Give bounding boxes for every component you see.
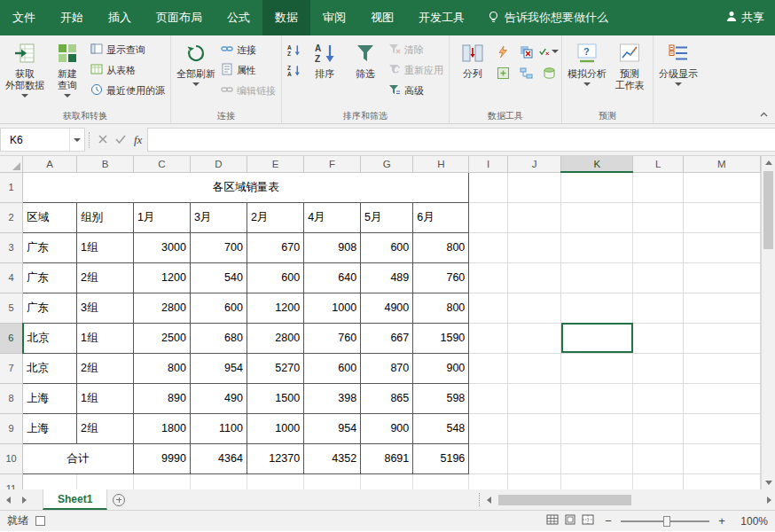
cell-K5[interactable] xyxy=(561,293,633,323)
cell-F9[interactable]: 954 xyxy=(304,413,361,443)
cell-F8[interactable]: 398 xyxy=(304,383,361,413)
cell-K11[interactable] xyxy=(561,473,633,489)
column-header-B[interactable]: B xyxy=(77,156,134,172)
cell-J1[interactable] xyxy=(508,172,561,202)
cell-C4[interactable]: 1200 xyxy=(133,262,190,293)
horizontal-scroll-thumb[interactable] xyxy=(498,495,631,505)
row-header-7[interactable]: 7 xyxy=(0,353,23,383)
what-if-analysis-button[interactable]: ? 模拟分析 xyxy=(565,37,609,110)
cell-D5[interactable]: 600 xyxy=(190,293,247,323)
show-queries-button[interactable]: 显示查询 xyxy=(88,41,168,59)
name-box-input[interactable] xyxy=(1,134,67,146)
tab-insert[interactable]: 插入 xyxy=(96,0,144,35)
cell-J11[interactable] xyxy=(508,473,561,489)
cell-E9[interactable]: 1000 xyxy=(247,413,303,443)
cell-H4[interactable]: 760 xyxy=(413,262,469,293)
cell-L3[interactable] xyxy=(633,232,683,262)
cell-H6[interactable]: 1590 xyxy=(413,323,469,353)
cell-E2[interactable]: 2月 xyxy=(247,202,303,232)
cell-G7[interactable]: 870 xyxy=(361,353,413,383)
cell-J7[interactable] xyxy=(508,353,561,383)
cell-B11[interactable] xyxy=(77,473,134,489)
cell-M9[interactable] xyxy=(683,413,760,443)
cancel-icon[interactable] xyxy=(98,134,107,146)
cell-K2[interactable] xyxy=(561,202,633,232)
cell-E8[interactable]: 1500 xyxy=(247,383,303,413)
cell-B3[interactable]: 1组 xyxy=(77,232,134,262)
formula-input[interactable] xyxy=(147,128,775,152)
cell-H3[interactable]: 800 xyxy=(413,232,469,262)
formula-bar-splitter[interactable] xyxy=(89,132,90,148)
outline-button[interactable]: 分级显示 xyxy=(656,37,701,110)
cell-I10[interactable] xyxy=(469,443,508,473)
vertical-scroll-thumb[interactable] xyxy=(763,171,773,249)
zoom-level-button[interactable]: 100% xyxy=(736,515,768,528)
cell-B4[interactable]: 2组 xyxy=(77,262,134,293)
row-header-4[interactable]: 4 xyxy=(0,262,23,293)
cell-L1[interactable] xyxy=(633,172,683,202)
cell-B9[interactable]: 2组 xyxy=(77,413,134,443)
vertical-scroll-track[interactable] xyxy=(762,169,775,476)
cell-H2[interactable]: 6月 xyxy=(413,202,469,232)
tab-review[interactable]: 审阅 xyxy=(310,0,358,35)
cell-G2[interactable]: 5月 xyxy=(361,202,413,232)
cell-L10[interactable] xyxy=(633,443,683,473)
cell-H9[interactable]: 548 xyxy=(413,413,469,443)
cell-I6[interactable] xyxy=(469,323,508,353)
cell-K10[interactable] xyxy=(561,443,633,473)
cell-F7[interactable]: 600 xyxy=(304,353,361,383)
text-to-columns-button[interactable]: 分列 xyxy=(452,37,493,110)
remove-duplicates-button[interactable] xyxy=(516,43,536,60)
filter-button[interactable]: 筛选 xyxy=(345,37,386,110)
cell-L4[interactable] xyxy=(633,262,683,293)
cell-F4[interactable]: 640 xyxy=(304,262,361,293)
manage-data-model-button[interactable] xyxy=(539,64,559,82)
tab-data[interactable]: 数据 xyxy=(262,0,310,35)
cell-G6[interactable]: 667 xyxy=(361,323,413,353)
get-external-data-button[interactable]: 获取 外部数据 xyxy=(3,37,47,110)
cell-L9[interactable] xyxy=(633,413,683,443)
cell-A3[interactable]: 广东 xyxy=(23,232,77,262)
tab-formulas[interactable]: 公式 xyxy=(215,0,262,35)
refresh-all-button[interactable]: 全部刷新 xyxy=(174,37,218,110)
forecast-sheet-button[interactable]: 预测 工作表 xyxy=(609,37,650,110)
scroll-up-button[interactable] xyxy=(762,156,775,169)
relationships-button[interactable] xyxy=(516,64,536,82)
add-sheet-button[interactable] xyxy=(107,489,130,510)
cell-I9[interactable] xyxy=(469,413,508,443)
cell-D11[interactable] xyxy=(190,473,247,489)
cell-A5[interactable]: 广东 xyxy=(23,293,77,323)
cell-H5[interactable]: 800 xyxy=(413,293,469,323)
cell-H10[interactable]: 5196 xyxy=(413,443,469,473)
sort-button[interactable]: AZ 排序 xyxy=(304,37,345,110)
cell-B8[interactable]: 1组 xyxy=(77,383,134,413)
collapse-ribbon-button[interactable] xyxy=(757,109,770,120)
cell-E5[interactable]: 1200 xyxy=(247,293,303,323)
page-break-preview-button[interactable] xyxy=(582,514,594,528)
column-header-G[interactable]: G xyxy=(361,156,413,172)
cell-B2[interactable]: 组别 xyxy=(77,202,134,232)
cell-F6[interactable]: 760 xyxy=(304,323,361,353)
macro-record-icon[interactable] xyxy=(35,516,45,526)
name-box[interactable] xyxy=(0,128,85,152)
sheet-nav-next-button[interactable] xyxy=(16,489,32,510)
cell-J5[interactable] xyxy=(508,293,561,323)
cell-D6[interactable]: 680 xyxy=(190,323,247,353)
cell-D10[interactable]: 4364 xyxy=(190,443,247,473)
zoom-out-button[interactable]: − xyxy=(603,514,614,528)
cell-M5[interactable] xyxy=(683,293,760,323)
cell-H8[interactable]: 598 xyxy=(413,383,469,413)
column-header-H[interactable]: H xyxy=(413,156,469,172)
cell-M6[interactable] xyxy=(683,323,760,353)
sheet-tab-sheet1[interactable]: Sheet1 xyxy=(43,489,107,510)
column-header-I[interactable]: I xyxy=(469,156,508,172)
cell-A8[interactable]: 上海 xyxy=(23,383,77,413)
cell-A11[interactable] xyxy=(23,473,77,489)
cell-K6[interactable] xyxy=(561,323,633,353)
zoom-in-button[interactable]: + xyxy=(716,514,727,528)
cell-G3[interactable]: 600 xyxy=(361,232,413,262)
cell-M4[interactable] xyxy=(683,262,760,293)
zoom-slider[interactable] xyxy=(621,520,709,522)
properties-button[interactable]: 属性 xyxy=(218,61,278,79)
cell-G11[interactable] xyxy=(361,473,413,489)
